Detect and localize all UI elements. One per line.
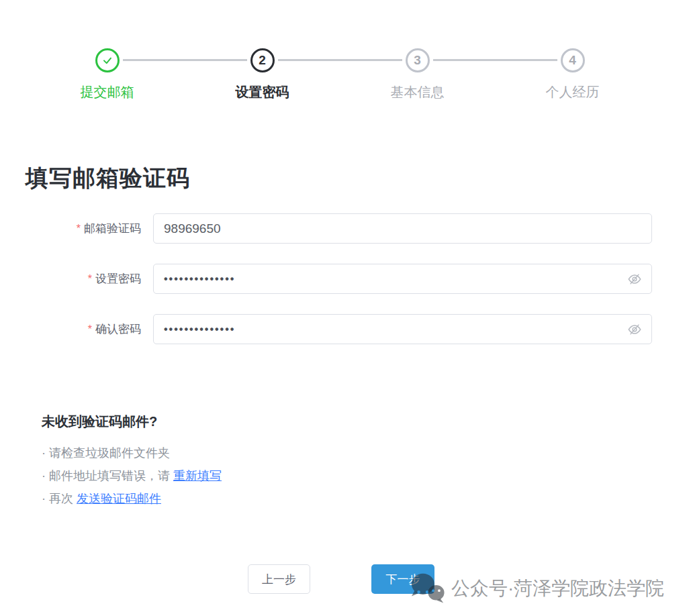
field-label-text: 邮箱验证码	[84, 222, 141, 235]
step-3-indicator: 3	[406, 48, 430, 72]
help-item-wrong-address: · 邮件地址填写错误，请 重新填写	[42, 464, 222, 487]
field-label-text: 设置密码	[95, 272, 141, 285]
verification-code-input[interactable]	[153, 213, 652, 244]
step-set-password: 2 设置密码	[185, 48, 340, 101]
refill-email-link[interactable]: 重新填写	[173, 469, 222, 482]
help-text: · 请检查垃圾邮件文件夹	[42, 446, 170, 460]
step-4-indicator: 4	[561, 48, 585, 72]
form-row-set-password: *设置密码	[0, 264, 691, 294]
page-title: 填写邮箱验证码	[26, 163, 190, 194]
field-label: *确认密码	[0, 314, 141, 344]
step-number: 2	[259, 53, 266, 68]
required-marker: *	[88, 273, 92, 285]
field-label: *设置密码	[0, 264, 141, 294]
form-row-confirm-password: *确认密码	[0, 314, 691, 344]
form-row-verification-code: *邮箱验证码	[0, 213, 691, 244]
watermark: 公众号·菏泽学院政法学院	[408, 572, 664, 605]
next-step-button[interactable]: 下一步	[371, 564, 434, 594]
step-label: 个人经历	[495, 83, 650, 101]
stepper: 提交邮箱 2 设置密码 3 基本信息 4 个人经历	[30, 48, 650, 101]
watermark-text: 公众号·菏泽学院政法学院	[451, 576, 664, 601]
eye-off-icon[interactable]	[627, 321, 643, 338]
step-basic-info: 3 基本信息	[340, 48, 495, 101]
help-heading: 未收到验证码邮件?	[42, 413, 157, 431]
help-list: · 请检查垃圾邮件文件夹 · 邮件地址填写错误，请 重新填写 · 再次 发送验证…	[42, 442, 222, 510]
required-marker: *	[88, 323, 92, 335]
check-icon	[101, 54, 114, 67]
eye-off-icon[interactable]	[627, 271, 643, 287]
help-item-check-spam: · 请检查垃圾邮件文件夹	[42, 442, 222, 464]
step-2-indicator: 2	[250, 48, 275, 72]
resend-code-link[interactable]: 发送验证码邮件	[77, 492, 161, 505]
help-text: · 邮件地址填写错误，请	[42, 469, 173, 482]
step-label: 提交邮箱	[30, 83, 185, 101]
step-personal-experience: 4 个人经历	[495, 48, 650, 101]
help-item-resend: · 再次 发送验证码邮件	[42, 487, 222, 510]
previous-step-button[interactable]: 上一步	[248, 564, 310, 594]
registration-page: 提交邮箱 2 设置密码 3 基本信息 4 个人经历 填写邮箱验证码 *邮箱验证码	[0, 0, 691, 616]
step-submit-email: 提交邮箱	[30, 48, 185, 101]
required-marker: *	[77, 223, 81, 234]
step-label: 基本信息	[340, 83, 495, 101]
confirm-password-input[interactable]	[153, 314, 652, 344]
step-number: 3	[414, 53, 421, 68]
set-password-input[interactable]	[153, 264, 652, 294]
step-1-indicator	[95, 48, 120, 72]
field-label-text: 确认密码	[95, 323, 141, 336]
step-number: 4	[569, 53, 576, 68]
step-label: 设置密码	[185, 83, 340, 101]
field-label: *邮箱验证码	[0, 213, 141, 244]
help-text: · 再次	[42, 492, 77, 505]
